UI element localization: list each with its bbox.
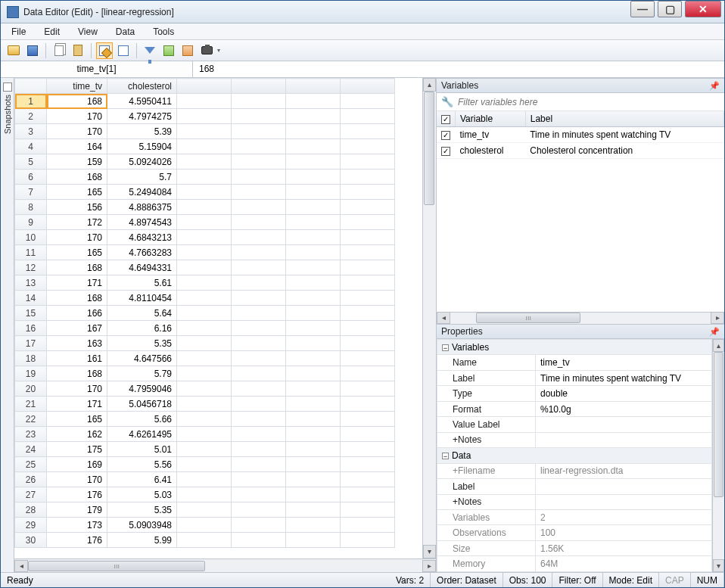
row-header[interactable]: 8 bbox=[15, 200, 47, 215]
cell-empty[interactable] bbox=[286, 109, 341, 124]
cell-empty[interactable] bbox=[177, 472, 232, 487]
table-row[interactable]: 301765.99 bbox=[15, 533, 395, 548]
snapshot-button[interactable] bbox=[198, 42, 215, 59]
cell-empty[interactable] bbox=[286, 487, 341, 502]
scroll-thumb[interactable] bbox=[424, 92, 434, 205]
cell-empty[interactable] bbox=[341, 185, 395, 200]
table-row[interactable]: 281795.35 bbox=[15, 502, 395, 518]
cell-empty[interactable] bbox=[177, 215, 232, 230]
cell-empty[interactable] bbox=[286, 230, 341, 245]
column-header-empty[interactable] bbox=[177, 79, 232, 94]
variables-check-all[interactable]: ✓ bbox=[437, 111, 456, 127]
prop-value[interactable] bbox=[536, 479, 712, 494]
table-row[interactable]: 231624.6261495 bbox=[15, 427, 395, 442]
cell-empty[interactable] bbox=[177, 442, 232, 457]
expand-icon[interactable]: + bbox=[453, 465, 458, 476]
table-row[interactable]: 11684.5950411 bbox=[15, 94, 395, 109]
cell-empty[interactable] bbox=[232, 245, 286, 260]
row-header[interactable]: 24 bbox=[15, 442, 47, 457]
row-header[interactable]: 25 bbox=[15, 457, 47, 472]
cell-empty[interactable] bbox=[341, 170, 395, 185]
cell-empty[interactable] bbox=[177, 200, 232, 215]
cell-empty[interactable] bbox=[232, 230, 286, 245]
table-row[interactable]: 41645.15904 bbox=[15, 139, 395, 154]
table-row[interactable]: 21704.7974275 bbox=[15, 109, 395, 124]
paste-button[interactable] bbox=[70, 42, 86, 59]
cell-empty[interactable] bbox=[232, 442, 286, 457]
scroll-thumb[interactable]: ııı bbox=[28, 561, 205, 571]
cell-time_tv[interactable]: 165 bbox=[47, 185, 107, 200]
cell-empty[interactable] bbox=[177, 109, 232, 124]
cell-empty[interactable] bbox=[177, 124, 232, 139]
cell-empty[interactable] bbox=[232, 260, 286, 275]
table-row[interactable]: 141684.8110454 bbox=[15, 291, 395, 306]
cell-empty[interactable] bbox=[341, 502, 395, 518]
cell-empty[interactable] bbox=[232, 124, 286, 139]
cell-cholesterol[interactable]: 6.16 bbox=[107, 321, 177, 336]
cell-empty[interactable] bbox=[232, 109, 286, 124]
cell-empty[interactable] bbox=[286, 260, 341, 275]
cell-empty[interactable] bbox=[232, 215, 286, 230]
prop-value[interactable]: Time in minutes spent watching TV bbox=[536, 370, 712, 385]
cell-time_tv[interactable]: 156 bbox=[47, 200, 107, 215]
cell-time_tv[interactable]: 169 bbox=[47, 457, 107, 472]
cell-cholesterol[interactable]: 5.03 bbox=[107, 487, 177, 502]
cell-cholesterol[interactable]: 4.5950411 bbox=[107, 94, 177, 109]
cell-cholesterol[interactable]: 4.8886375 bbox=[107, 200, 177, 215]
cell-empty[interactable] bbox=[341, 397, 395, 412]
cell-empty[interactable] bbox=[341, 275, 395, 291]
row-header[interactable]: 14 bbox=[15, 291, 47, 306]
cell-empty[interactable] bbox=[177, 139, 232, 154]
save-button[interactable] bbox=[24, 42, 41, 59]
row-header[interactable]: 26 bbox=[15, 472, 47, 487]
cell-empty[interactable] bbox=[341, 94, 395, 109]
data-grid[interactable]: time_tv cholesterol 11684.595041121704.7… bbox=[14, 78, 422, 558]
row-header[interactable]: 19 bbox=[15, 366, 47, 381]
cell-cholesterol[interactable]: 5.0456718 bbox=[107, 397, 177, 412]
cell-empty[interactable] bbox=[341, 245, 395, 260]
cell-cholesterol[interactable]: 5.99 bbox=[107, 533, 177, 548]
cell-cholesterol[interactable]: 5.61 bbox=[107, 275, 177, 291]
prop-value[interactable]: double bbox=[536, 386, 712, 401]
cell-empty[interactable] bbox=[341, 427, 395, 442]
corner-cell[interactable] bbox=[15, 79, 47, 94]
collapse-icon[interactable]: − bbox=[442, 453, 449, 459]
cell-empty[interactable] bbox=[286, 427, 341, 442]
cell-empty[interactable] bbox=[232, 185, 286, 200]
cell-empty[interactable] bbox=[177, 351, 232, 366]
cell-empty[interactable] bbox=[177, 321, 232, 336]
row-header[interactable]: 13 bbox=[15, 275, 47, 291]
cell-empty[interactable] bbox=[177, 185, 232, 200]
cell-empty[interactable] bbox=[177, 397, 232, 412]
cell-cholesterol[interactable]: 4.647566 bbox=[107, 351, 177, 366]
scroll-up-arrow[interactable]: ▴ bbox=[713, 339, 724, 352]
prop-value[interactable] bbox=[536, 494, 712, 509]
wrench-icon[interactable]: 🔧 bbox=[441, 96, 453, 107]
cell-cholesterol[interactable]: 4.8974543 bbox=[107, 215, 177, 230]
menu-view[interactable]: View bbox=[73, 25, 102, 39]
pin-icon[interactable]: 📌 bbox=[709, 327, 720, 337]
cell-empty[interactable] bbox=[341, 412, 395, 427]
row-header[interactable]: 12 bbox=[15, 260, 47, 275]
cell-empty[interactable] bbox=[232, 472, 286, 487]
cell-empty[interactable] bbox=[232, 275, 286, 291]
cell-empty[interactable] bbox=[341, 230, 395, 245]
cell-time_tv[interactable]: 171 bbox=[47, 397, 107, 412]
cell-time_tv[interactable]: 168 bbox=[47, 366, 107, 381]
cell-time_tv[interactable]: 170 bbox=[47, 381, 107, 397]
cell-empty[interactable] bbox=[232, 200, 286, 215]
cell-empty[interactable] bbox=[286, 321, 341, 336]
scroll-track[interactable] bbox=[423, 92, 436, 545]
cell-reference-value[interactable]: 168 bbox=[193, 61, 724, 77]
copy-button[interactable] bbox=[51, 42, 67, 59]
table-row[interactable]: 91724.8974543 bbox=[15, 215, 395, 230]
cell-empty[interactable] bbox=[286, 185, 341, 200]
row-header[interactable]: 6 bbox=[15, 170, 47, 185]
variable-row[interactable]: ✓ time_tv Time in minutes spent watching… bbox=[437, 127, 724, 143]
prop-value[interactable]: time_tv bbox=[536, 355, 712, 370]
table-row[interactable]: 201704.7959046 bbox=[15, 381, 395, 397]
cell-empty[interactable] bbox=[341, 291, 395, 306]
cell-empty[interactable] bbox=[341, 306, 395, 321]
cell-empty[interactable] bbox=[232, 351, 286, 366]
row-header[interactable]: 20 bbox=[15, 381, 47, 397]
